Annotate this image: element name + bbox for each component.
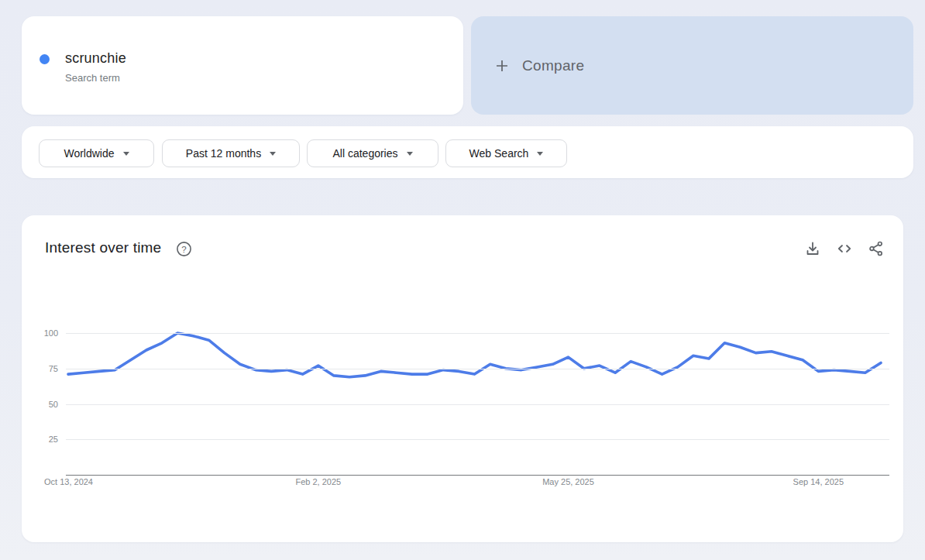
y-axis-label: 50 [27,400,58,409]
search-term-card[interactable]: scrunchie Search term [22,16,463,115]
compare-label: Compare [522,57,584,74]
x-axis-label: Feb 2, 2025 [295,477,341,486]
gridline [66,369,889,369]
x-axis-label: Oct 13, 2024 [44,477,93,486]
filter-region-label: Worldwide [64,147,114,160]
series-color-dot-icon [40,54,50,64]
filter-category-label: All categories [332,147,397,160]
interest-chart: Oct 13, 2024 Feb 2, 2025 May 25, 2025 Se… [22,215,903,542]
chevron-down-icon [270,152,276,156]
filter-search-type-dropdown[interactable]: Web Search [445,139,567,167]
chevron-down-icon [123,152,129,156]
y-axis-label: 100 [27,328,58,338]
filter-time-dropdown[interactable]: Past 12 months [162,139,300,167]
compare-button[interactable]: Compare [471,16,913,115]
chevron-down-icon [407,152,413,156]
x-axis-label: May 25, 2025 [542,477,594,486]
x-axis-label: Sep 14, 2025 [793,477,844,486]
plus-icon [494,58,510,74]
search-term-label: scrunchie [65,50,126,67]
filter-bar: Worldwide Past 12 months All categories … [22,126,913,178]
gridline [66,404,889,405]
filter-category-dropdown[interactable]: All categories [307,139,438,167]
y-axis-label: 25 [27,435,58,444]
filter-time-label: Past 12 months [186,147,261,160]
filter-region-dropdown[interactable]: Worldwide [39,139,154,167]
search-term-type: Search term [65,72,126,84]
gridline [66,333,889,334]
y-axis-label: 75 [27,364,58,373]
chevron-down-icon [537,152,543,156]
x-axis-line [66,475,889,476]
trend-line-svg [22,215,903,542]
filter-search-type-label: Web Search [469,147,529,160]
interest-over-time-card: Interest over time ? [22,215,903,542]
gridline [66,439,889,440]
trend-line [68,333,881,377]
